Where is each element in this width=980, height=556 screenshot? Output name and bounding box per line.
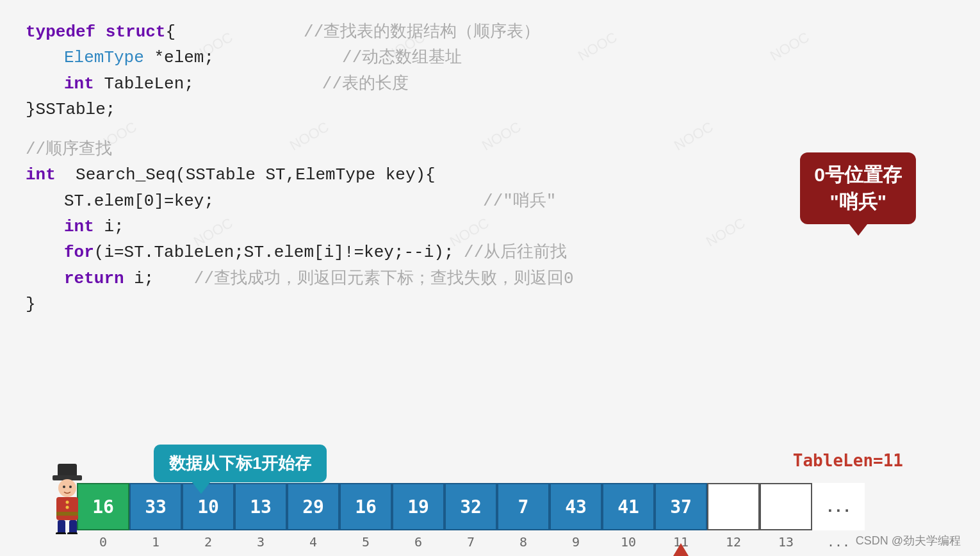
comment-sentinel: //"哨兵": [214, 188, 556, 214]
comment-return: //查找成功，则返回元素下标；查找失败，则返回0: [154, 266, 573, 291]
index-label-2: 2: [182, 534, 234, 550]
code-for-body: (i=ST.TableLen;ST.elem[i]!=key;--i);: [94, 240, 454, 265]
array-cell-6: 19: [392, 483, 445, 530]
array-cell-4: 29: [287, 483, 339, 530]
code-line-9: for (i=ST.TableLen;ST.elem[i]!=key;--i);…: [26, 240, 954, 265]
array-cell-7: 32: [445, 483, 497, 530]
keyword-return: return: [64, 266, 134, 291]
code-line-1: typedef struct { //查找表的数据结构（顺序表）: [26, 19, 954, 45]
index-label-3: 3: [234, 534, 287, 550]
index-label-5: 5: [339, 534, 392, 550]
viz-area: 数据从下标1开始存 TableLen=11: [26, 445, 954, 550]
svg-point-2: [58, 479, 76, 497]
index-label-7: 7: [445, 534, 497, 550]
array-cell-11: 37: [655, 483, 707, 530]
svg-point-3: [63, 486, 65, 488]
keyword-int-1: int: [64, 71, 104, 97]
svg-rect-10: [67, 532, 78, 534]
tablelen-label: TableLen=11: [793, 451, 903, 470]
index-label-0: 0: [77, 534, 129, 550]
index-label-8: 8: [497, 534, 550, 550]
svg-rect-8: [69, 520, 77, 534]
svg-point-11: [66, 501, 69, 504]
array-cell-3: 13: [234, 483, 287, 530]
code-line-4: }SSTable;: [26, 97, 954, 122]
code-line-3: int TableLen; //表的长度: [26, 71, 954, 97]
code-sentinel-assign: ST.elem[0]=key;: [64, 188, 214, 214]
code-line-2: ElemType *elem; //动态数组基址: [26, 45, 954, 70]
keyword-int-3: int: [64, 214, 104, 240]
code-close-brace: }: [26, 291, 36, 317]
soldier-figure: [38, 464, 96, 528]
code-brace-open: {: [165, 19, 176, 45]
index-label-10: 10: [602, 534, 655, 550]
code-return-i: i;: [134, 266, 154, 291]
index-label-12: 12: [707, 534, 760, 550]
code-elem-ptr: *elem;: [154, 45, 214, 70]
code-var-i: i;: [104, 214, 124, 240]
svg-point-12: [66, 506, 69, 509]
callout-line2: "哨兵": [814, 188, 902, 215]
type-elemtype-1: ElemType: [64, 45, 154, 70]
array-cell-10: 41: [602, 483, 655, 530]
array-cell-9: 43: [550, 483, 602, 530]
comment-2: //动态数组基址: [214, 45, 462, 70]
keyword-int-2: int: [26, 162, 65, 188]
main-container: NOOC NOOC NOOC NOOC NOOC NOOC NOOC NOOC …: [0, 0, 980, 556]
comment-3: //表的长度: [194, 71, 409, 97]
index-label-9: 9: [550, 534, 602, 550]
csdn-watermark: CSDN @劲夫学编程: [856, 533, 961, 548]
index-label-13: 13: [760, 534, 812, 550]
keyword-typedef: typedef: [26, 19, 106, 45]
array-cell-14: ...: [812, 483, 865, 530]
svg-rect-6: [56, 512, 78, 516]
keyword-for: for: [64, 240, 94, 265]
index-label-4: 4: [287, 534, 339, 550]
svg-point-4: [69, 486, 72, 488]
array-cell-13: [760, 483, 812, 530]
index-label-1: 1: [129, 534, 182, 550]
code-tablelen: TableLen;: [104, 71, 193, 97]
comment-sequential: //顺序查找: [26, 136, 112, 162]
up-arrow: [669, 543, 692, 556]
code-spacer: [26, 122, 954, 136]
tooltip-bubble: 数据从下标1开始存: [154, 445, 327, 482]
code-line-10: return i; //查找成功，则返回元素下标；查找失败，则返回0: [26, 266, 954, 291]
index-label-6: 6: [392, 534, 445, 550]
comment-1: //查找表的数据结构（顺序表）: [176, 19, 540, 45]
svg-rect-9: [56, 532, 66, 534]
array-cell-8: 7: [497, 483, 550, 530]
callout-line1: 0号位置存: [814, 161, 902, 188]
code-search-sig: Search_Seq(SSTable ST,ElemType key){: [65, 162, 435, 188]
callout-bubble: 0号位置存 "哨兵": [800, 152, 916, 224]
comment-from-back: //从后往前找: [454, 240, 568, 265]
array-cell-5: 16: [339, 483, 392, 530]
code-sstable: }SSTable;: [26, 97, 115, 122]
index-row: 012345678910111213...: [77, 534, 954, 550]
array-cell-12: [707, 483, 760, 530]
keyword-struct: struct: [106, 19, 166, 45]
svg-rect-7: [58, 520, 65, 534]
code-line-11: }: [26, 291, 954, 317]
array-cell-1: 33: [129, 483, 182, 530]
